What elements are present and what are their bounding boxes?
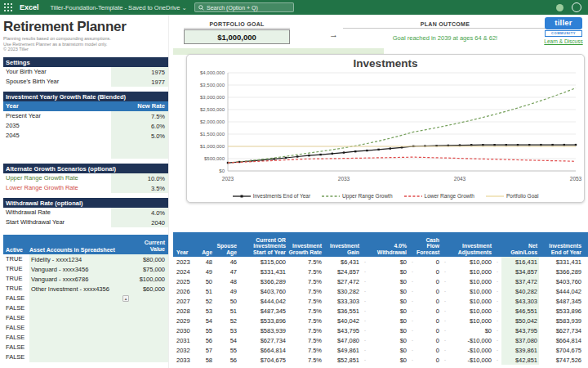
asset-active-cell[interactable]: TRUE — [3, 275, 29, 282]
cell[interactable]: $664,814 — [539, 335, 583, 345]
asset-name-cell[interactable] — [29, 352, 124, 362]
cell[interactable]: 7.5% — [287, 325, 323, 335]
cell[interactable]: 49 — [214, 286, 238, 296]
lower-range-value[interactable]: 3.5% — [111, 183, 168, 193]
cell[interactable]: $46,551 — [501, 306, 539, 316]
cell[interactable]: $0 — [369, 306, 408, 316]
cell[interactable]: $627,734 — [238, 335, 287, 345]
cell[interactable]: $43,795 — [501, 325, 539, 335]
cell[interactable]: $315,000 — [238, 257, 287, 267]
cell[interactable]: $747,526 — [539, 355, 583, 365]
cell[interactable]: 7.5% — [287, 296, 323, 306]
cell[interactable]: $16,431 — [501, 257, 539, 267]
cell[interactable]: $487,345 — [238, 306, 287, 316]
cell[interactable]: $6,431 — [323, 257, 361, 267]
cell[interactable]: $533,896 — [539, 306, 583, 316]
cell[interactable]: $10,000 — [449, 286, 493, 296]
cell[interactable]: 49 — [196, 267, 214, 276]
cell[interactable]: $664,814 — [238, 345, 287, 355]
cell[interactable]: 0 — [416, 276, 441, 286]
asset-active-cell[interactable]: FALSE — [3, 294, 29, 302]
cell[interactable]: 7.5% — [287, 286, 323, 296]
asset-active-cell[interactable]: FALSE — [3, 304, 29, 312]
cell[interactable]: $0 — [369, 355, 408, 365]
cell[interactable]: $10,000 — [449, 316, 493, 325]
cell[interactable]: 2023 — [173, 257, 196, 267]
asset-active-cell[interactable]: FALSE — [3, 314, 29, 321]
cell[interactable]: $487,345 — [539, 296, 583, 306]
asset-active-cell[interactable]: TRUE — [3, 255, 29, 263]
asset-active-cell[interactable]: FALSE — [3, 353, 29, 361]
setting-label[interactable]: Your Birth Year — [3, 68, 111, 75]
cell[interactable]: $0 — [369, 345, 408, 355]
cell[interactable]: 0 — [416, 257, 441, 267]
cell[interactable]: $47,080 — [323, 335, 361, 345]
cell[interactable]: 0 — [416, 345, 441, 355]
column-header[interactable]: Investment Growth Rate — [287, 243, 323, 255]
cell[interactable]: 7.5% — [287, 276, 323, 286]
asset-value-cell[interactable]: $80,000 — [124, 254, 168, 264]
column-header[interactable]: Age — [196, 249, 214, 256]
cell[interactable]: $704,675 — [238, 355, 287, 365]
cell[interactable]: $34,857 — [501, 267, 539, 276]
setting-value[interactable]: 1975 — [111, 67, 168, 77]
growth-rate-label[interactable]: 2035 — [3, 122, 111, 129]
growth-rate-label[interactable]: Present Year — [3, 112, 111, 119]
cell[interactable]: $24,857 — [323, 267, 361, 276]
cell[interactable]: 56 — [196, 335, 214, 345]
growth-rate-label[interactable]: 2045 — [3, 132, 111, 139]
cell[interactable]: $533,896 — [238, 316, 287, 325]
cell[interactable]: $10,000 — [449, 306, 493, 316]
column-header[interactable]: Investment Gain — [323, 243, 361, 255]
cell[interactable]: $10,000 — [449, 296, 493, 306]
cell[interactable]: 7.5% — [287, 316, 323, 325]
asset-active-cell[interactable]: FALSE — [3, 343, 29, 351]
cell[interactable]: $0 — [369, 276, 408, 286]
asset-value-cell[interactable] — [124, 352, 168, 362]
search-input[interactable]: Search (Option + Q) — [194, 2, 294, 12]
asset-active-cell[interactable]: FALSE — [3, 324, 29, 331]
column-header[interactable]: Investments End of Year — [539, 243, 583, 255]
cell[interactable]: 0 — [416, 316, 441, 325]
column-header[interactable]: Spouse Age — [214, 243, 238, 255]
cell[interactable]: $0 — [369, 335, 408, 345]
cell[interactable]: $10,000 — [449, 257, 493, 267]
growth-rate-value[interactable]: 6.0% — [111, 121, 168, 131]
cell[interactable]: 54 — [214, 335, 238, 345]
cell[interactable]: 58 — [196, 355, 214, 365]
cell[interactable]: $42,851 — [501, 355, 539, 365]
asset-name-cell[interactable]: Fidelity - xxxx1234 — [29, 254, 124, 264]
cell[interactable]: 0 — [416, 355, 441, 365]
cell[interactable]: 53 — [196, 306, 214, 316]
asset-value-cell[interactable] — [124, 303, 168, 313]
asset-name-cell[interactable] — [29, 333, 124, 343]
setting-value[interactable]: 1977 — [111, 77, 168, 87]
cell[interactable]: 2028 — [173, 306, 196, 316]
cell[interactable]: $444,042 — [539, 286, 583, 296]
upper-range-label[interactable]: Upper Range Growth Rate — [3, 174, 111, 182]
cell[interactable]: $10,000 — [449, 267, 493, 276]
cell[interactable]: 2024 — [173, 267, 196, 276]
cell[interactable]: $40,282 — [501, 286, 539, 296]
cell[interactable]: $52,851 — [323, 355, 361, 365]
cell[interactable]: 55 — [196, 325, 214, 335]
asset-value-cell[interactable]: $60,000 — [124, 284, 168, 294]
asset-name-cell[interactable] — [29, 313, 124, 323]
cell[interactable]: 0 — [416, 325, 441, 335]
cell[interactable]: 2031 — [173, 335, 196, 345]
asset-value-cell[interactable] — [124, 323, 168, 333]
portfolio-goal-value[interactable]: $1,000,000 — [184, 29, 290, 44]
start-withdrawal-label[interactable]: Start Withdrawal Year — [3, 218, 111, 226]
column-header[interactable]: 4.0% Withdrawal — [369, 243, 408, 255]
cell[interactable]: 2025 — [173, 276, 196, 286]
cell[interactable]: 2029 — [173, 316, 196, 325]
asset-value-cell[interactable]: $75,000 — [124, 264, 168, 274]
cell[interactable]: 7.5% — [287, 306, 323, 316]
withdrawal-rate-value[interactable]: 4.0% — [111, 208, 168, 218]
asset-name-cell[interactable] — [29, 343, 124, 352]
cell[interactable]: 56 — [214, 355, 238, 365]
document-title[interactable]: Tiller-Foundation-Template - Saved to On… — [51, 4, 187, 11]
cell[interactable]: $0 — [369, 316, 408, 325]
cell[interactable]: 0 — [416, 286, 441, 296]
column-header[interactable]: Cash Flow Forecast — [416, 237, 441, 256]
